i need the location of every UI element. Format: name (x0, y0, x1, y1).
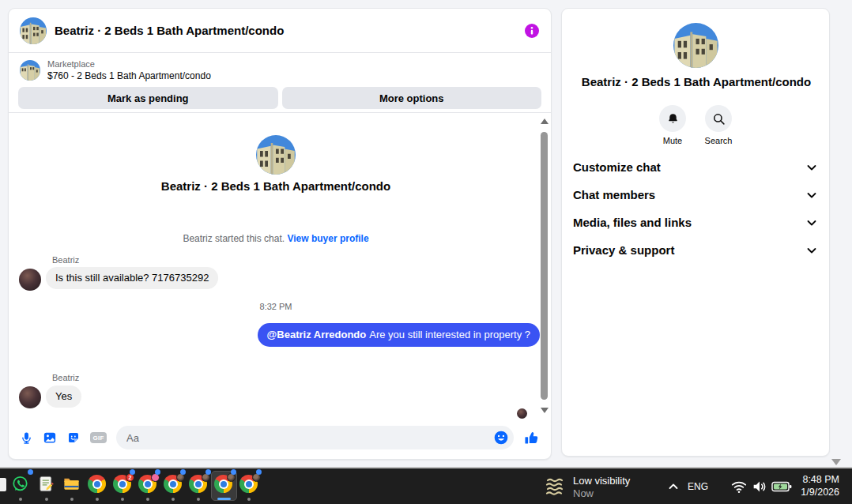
chevron-up-icon (667, 480, 680, 493)
conversation-info-button[interactable] (524, 23, 540, 39)
volume-tray-button[interactable] (751, 468, 768, 504)
wifi-icon (730, 478, 748, 495)
chat-header: Beatriz · 2 Beds 1 Bath Apartment/condo (9, 9, 551, 53)
search-label: Search (696, 136, 741, 145)
details-title: Beatriz · 2 Beds 1 Bath Apartment/condo (562, 75, 831, 88)
message-composer: GIF (9, 426, 551, 449)
gif-button[interactable]: GIF (90, 432, 107, 443)
notification-dot (155, 469, 160, 475)
scroll-up-arrow[interactable] (541, 118, 549, 124)
section-chat-members[interactable]: Chat members (562, 181, 829, 209)
photo-icon (43, 431, 57, 445)
tray-date: 1/9/2026 (801, 486, 839, 498)
running-indicator (172, 498, 175, 501)
taskbar-chrome-icon[interactable] (138, 475, 157, 494)
chat-scrollbar[interactable] (539, 113, 549, 423)
running-indicator (121, 498, 124, 501)
chat-title: Beatriz · 2 Beds 1 Bath Apartment/condo (55, 24, 284, 37)
volume-icon (751, 478, 768, 495)
mention-text: @Beatriz Arredondo (267, 329, 367, 340)
voice-clip-button[interactable] (20, 431, 33, 445)
conversation-details-panel: Beatriz · 2 Beds 1 Bath Apartment/condo … (561, 8, 830, 457)
section-privacy-support[interactable]: Privacy & support (562, 236, 829, 264)
partial-app-icon[interactable] (0, 478, 6, 491)
taskbar-file-explorer-icon[interactable] (62, 475, 81, 494)
sticker-icon (66, 431, 81, 445)
running-indicator (45, 498, 48, 501)
seen-receipt-avatar (517, 408, 527, 419)
message-input-container (116, 426, 514, 449)
weather-subtitle: Now (573, 487, 630, 499)
buyer-avatar (19, 269, 41, 291)
chevron-down-icon (805, 244, 818, 257)
chat-started-text: Beatriz started this chat. (183, 233, 285, 244)
running-indicator (197, 498, 200, 501)
thumbs-up-icon (523, 430, 540, 446)
taskbar-chrome-icon[interactable] (164, 475, 183, 494)
taskbar-chrome-icon-active[interactable] (214, 475, 233, 494)
running-indicator (247, 498, 251, 501)
message-list: Beatriz · 2 Beds 1 Bath Apartment/condo … (9, 113, 551, 423)
buyer-avatar (19, 386, 41, 408)
mark-as-pending-button[interactable]: Mark as pending (18, 87, 278, 109)
listing-price-title: $760 - 2 Beds 1 Bath Apartment/condo (47, 70, 211, 81)
marketplace-listing-summary[interactable]: Marketplace $760 - 2 Beds 1 Bath Apartme… (20, 59, 540, 81)
listing-avatar (20, 17, 47, 44)
running-indicator (19, 498, 22, 501)
search-in-conversation-button[interactable]: Search (696, 105, 741, 145)
taskbar-notepad-icon[interactable] (37, 475, 56, 494)
marketplace-label: Marketplace (47, 59, 211, 69)
conversation-intro-title: Beatriz · 2 Beds 1 Bath Apartment/condo (9, 179, 543, 193)
language-indicator[interactable]: ENG (684, 468, 711, 504)
chevron-down-icon (805, 161, 818, 174)
emoji-button[interactable] (493, 430, 509, 446)
active-window-indicator (217, 498, 231, 500)
running-indicator (96, 498, 99, 501)
taskbar-chrome-icon[interactable]: 2 (113, 475, 132, 494)
more-options-button[interactable]: More options (282, 87, 542, 109)
running-indicator (146, 498, 149, 501)
taskbar-chrome-icon[interactable] (239, 475, 258, 494)
notification-dot (231, 469, 236, 475)
wifi-tray-button[interactable] (730, 468, 748, 504)
message-timestamp: 8:32 PM (9, 302, 543, 311)
search-icon (712, 112, 726, 126)
taskbar-chrome-icon[interactable] (189, 475, 208, 494)
scroll-down-arrow[interactable] (541, 408, 549, 413)
sender-name: Beatriz (52, 255, 79, 265)
mute-label: Mute (650, 136, 696, 145)
gif-icon: GIF (90, 432, 107, 443)
send-like-button[interactable] (523, 430, 540, 446)
outgoing-message-text: Are you still interested in property ? (369, 329, 530, 340)
tray-time: 8:48 PM (801, 473, 839, 486)
battery-tray-button[interactable] (771, 468, 792, 504)
message-input[interactable] (116, 426, 514, 449)
scrollbar-thumb[interactable] (541, 132, 548, 400)
bell-icon (666, 112, 680, 126)
taskbar-chrome-icon[interactable] (88, 475, 107, 494)
conversation-intro-avatar (256, 135, 296, 175)
attach-photo-button[interactable] (43, 431, 57, 445)
section-customize-chat[interactable]: Customize chat (562, 153, 829, 181)
microphone-icon (20, 431, 33, 445)
sticker-button[interactable] (66, 431, 81, 445)
fog-weather-icon (545, 476, 566, 498)
emoji-icon (493, 430, 509, 446)
battery-charging-icon (771, 481, 792, 492)
taskbar-whatsapp-icon[interactable] (11, 475, 30, 494)
weather-widget[interactable]: Low visibility Now (545, 475, 630, 499)
clock-tray-button[interactable]: 8:48 PM 1/9/2026 (801, 473, 839, 498)
notification-dot (180, 469, 186, 475)
view-buyer-profile-link[interactable]: View buyer profile (287, 233, 368, 244)
chrome-icon (88, 475, 106, 493)
notification-dot (256, 469, 262, 475)
sender-name: Beatriz (52, 373, 79, 382)
mute-button[interactable]: Mute (650, 105, 696, 145)
notification-dot (205, 469, 211, 475)
section-media-files-links[interactable]: Media, files and links (562, 209, 829, 236)
show-hidden-icons-button[interactable] (667, 468, 680, 504)
details-avatar (673, 23, 718, 68)
info-icon (524, 23, 540, 39)
page-scroll-down-arrow[interactable] (831, 459, 841, 465)
weather-title: Low visibility (573, 475, 630, 487)
